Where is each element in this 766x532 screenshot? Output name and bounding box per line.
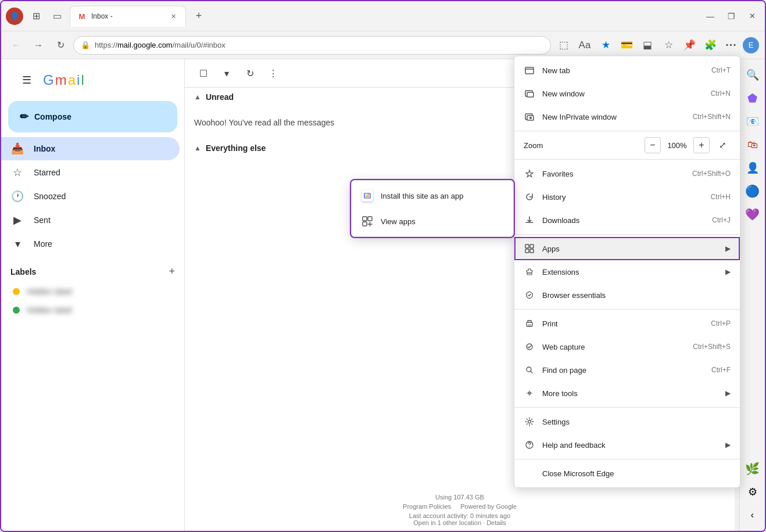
add-label-button[interactable]: + bbox=[169, 265, 175, 278]
new-tab-menu-icon bbox=[524, 64, 535, 76]
sidebar-settings-button[interactable]: ⚙ bbox=[742, 481, 763, 502]
divider-6 bbox=[514, 459, 740, 459]
sidebar-tree-button[interactable]: 🌿 bbox=[742, 458, 763, 479]
open-in-other-location[interactable]: Open in 1 other location · Details bbox=[413, 519, 506, 526]
labels-section: Labels + Hidden label Hidden label bbox=[1, 256, 184, 324]
submenu-install-site[interactable]: Install this site as an app bbox=[352, 183, 513, 209]
unread-title: Unread bbox=[206, 92, 234, 102]
sidebar-toggle-button[interactable]: ▭ bbox=[49, 8, 65, 24]
downloads-label: Downloads bbox=[542, 216, 705, 225]
refresh-button[interactable]: ↻ bbox=[51, 36, 70, 55]
forward-button[interactable]: → bbox=[29, 36, 48, 55]
menu-item-browser-essentials[interactable]: Browser essentials bbox=[514, 283, 740, 307]
menu-item-find-on-page[interactable]: Find on page Ctrl+F bbox=[514, 358, 740, 382]
menu-item-favorites[interactable]: Favorites Ctrl+Shift+O bbox=[514, 162, 740, 185]
sidebar-purple-button[interactable]: 💜 bbox=[742, 204, 763, 225]
more-tools-arrow: ▶ bbox=[725, 389, 731, 397]
help-arrow: ▶ bbox=[725, 441, 731, 449]
zoom-fullscreen-button[interactable]: ⤢ bbox=[714, 137, 731, 153]
sidebar-expand-button[interactable]: ‹ bbox=[742, 505, 763, 526]
inprivate-icon bbox=[524, 111, 535, 123]
compose-icon: ✏ bbox=[20, 110, 28, 123]
favorites-label: Favorites bbox=[542, 170, 685, 178]
wallet-button[interactable]: 💳 bbox=[617, 36, 636, 55]
label-item-1[interactable]: Hidden label bbox=[10, 282, 175, 301]
nav-item-inbox[interactable]: 📥 Inbox bbox=[1, 137, 180, 160]
everything-toggle[interactable]: ▲ bbox=[194, 144, 201, 152]
menu-item-downloads[interactable]: Downloads Ctrl+J bbox=[514, 209, 740, 232]
menu-item-apps[interactable]: Apps ▶ bbox=[514, 237, 740, 260]
gmail-menu-button[interactable]: ☰ bbox=[15, 69, 38, 92]
sidebar-profile-button[interactable]: 👤 bbox=[742, 157, 763, 178]
settings-label: Settings bbox=[542, 418, 731, 426]
url-text: https://mail.google.com/mail/u/0/#inbox bbox=[95, 41, 543, 49]
menu-item-new-inprivate[interactable]: New InPrivate window Ctrl+Shift+N bbox=[514, 105, 740, 128]
label-item-2[interactable]: Hidden label bbox=[10, 301, 175, 319]
extensions-button[interactable]: 🧩 bbox=[701, 36, 720, 55]
label-dot-1 bbox=[13, 288, 20, 295]
tab-close-button[interactable]: ✕ bbox=[168, 11, 178, 21]
refresh-mail-button[interactable]: ↻ bbox=[241, 64, 259, 82]
menu-item-more-tools[interactable]: More tools ▶ bbox=[514, 382, 740, 405]
menu-item-extensions[interactable]: Extensions ▶ bbox=[514, 260, 740, 283]
split-screen-button[interactable]: ⬚ bbox=[554, 36, 573, 55]
nav-item-more[interactable]: ▾ More bbox=[1, 232, 180, 256]
menu-item-help[interactable]: Help and feedback ▶ bbox=[514, 433, 740, 456]
gmail-install-icon bbox=[361, 189, 374, 202]
menu-item-web-capture[interactable]: Web capture Ctrl+Shift+S bbox=[514, 335, 740, 358]
menu-item-close-edge[interactable]: Close Microsoft Edge bbox=[514, 462, 740, 485]
more-options-button[interactable]: ⋮ bbox=[264, 64, 282, 82]
tab-group-button[interactable]: ⊞ bbox=[28, 8, 44, 24]
select-checkbox[interactable]: ☐ bbox=[194, 64, 213, 82]
new-window-shortcut: Ctrl+N bbox=[711, 89, 731, 98]
address-bar[interactable]: 🔒 https://mail.google.com/mail/u/0/#inbo… bbox=[73, 36, 551, 55]
starred-icon: ☆ bbox=[10, 166, 24, 179]
nav-item-sent[interactable]: ▶ Sent bbox=[1, 209, 180, 232]
sidebar-edge-button[interactable]: 🔵 bbox=[742, 181, 763, 202]
sent-icon: ▶ bbox=[10, 214, 24, 227]
sidebar-shopping-button[interactable]: 🛍 bbox=[742, 134, 763, 155]
new-tab-button[interactable]: + bbox=[191, 8, 207, 24]
sidebar-search-button[interactable]: 🔍 bbox=[742, 64, 763, 85]
favorites-star-button[interactable]: ★ bbox=[596, 36, 615, 55]
collections-button[interactable]: 📌 bbox=[680, 36, 699, 55]
sidebar-outlook-button[interactable]: 📧 bbox=[742, 111, 763, 132]
submenu-view-apps[interactable]: View apps bbox=[352, 209, 513, 234]
menu-item-settings[interactable]: Settings bbox=[514, 410, 740, 433]
zoom-in-button[interactable]: + bbox=[693, 137, 710, 153]
select-dropdown[interactable]: ▾ bbox=[217, 64, 236, 82]
svg-rect-0 bbox=[525, 67, 534, 74]
unread-toggle[interactable]: ▲ bbox=[194, 93, 201, 101]
zoom-out-button[interactable]: − bbox=[645, 137, 661, 153]
url-path: /mail/u/0/#inbox bbox=[173, 41, 225, 49]
extensions-label: Extensions bbox=[542, 268, 718, 276]
more-button[interactable]: ··· bbox=[722, 36, 740, 55]
zoom-value: 100% bbox=[665, 141, 689, 150]
sidebar-bing-button[interactable]: ⬟ bbox=[742, 88, 763, 109]
add-favorites-button[interactable]: ☆ bbox=[659, 36, 678, 55]
program-policies-link[interactable]: Program Policies bbox=[403, 503, 451, 510]
menu-item-print[interactable]: Print Ctrl+P bbox=[514, 312, 740, 335]
menu-item-new-window[interactable]: New window Ctrl+N bbox=[514, 82, 740, 105]
menu-item-new-tab[interactable]: New tab Ctrl+T bbox=[514, 59, 740, 82]
browser-view-button[interactable]: ⬓ bbox=[638, 36, 657, 55]
compose-button[interactable]: ✏ Compose bbox=[8, 101, 177, 132]
storage-info: Using 107.43 GB bbox=[435, 494, 484, 501]
close-button[interactable]: ✕ bbox=[744, 8, 760, 24]
menu-item-history[interactable]: History Ctrl+H bbox=[514, 185, 740, 209]
nav-item-starred[interactable]: ☆ Starred bbox=[1, 161, 180, 184]
gmail-header: ☰ G m a i l bbox=[1, 64, 184, 96]
edge-profile-button[interactable]: E bbox=[743, 37, 759, 53]
avatar[interactable]: 👤 bbox=[6, 8, 23, 25]
apps-submenu: Install this site as an app View apps bbox=[351, 180, 514, 237]
svg-point-6 bbox=[529, 117, 532, 119]
maximize-button[interactable]: ❐ bbox=[723, 8, 739, 24]
extensions-menu-icon bbox=[524, 266, 535, 278]
apps-label: Apps bbox=[542, 245, 718, 253]
active-tab[interactable]: M Inbox - ✕ bbox=[70, 6, 186, 27]
back-button[interactable]: ← bbox=[7, 36, 26, 55]
read-aloud-button[interactable]: Aa bbox=[575, 36, 594, 55]
minimize-button[interactable]: — bbox=[702, 8, 718, 24]
svg-rect-20 bbox=[363, 217, 367, 221]
nav-item-snoozed[interactable]: 🕐 Snoozed bbox=[1, 185, 180, 208]
